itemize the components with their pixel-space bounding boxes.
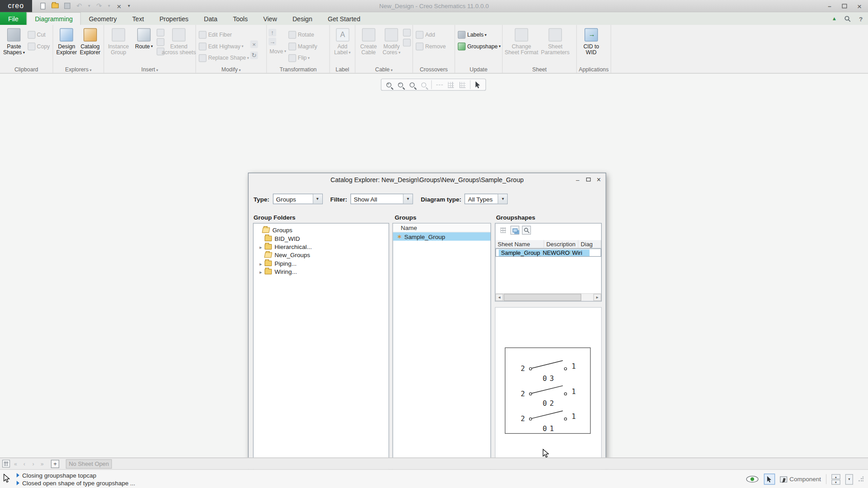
minimize-button[interactable] [822,0,837,12]
dropdown-arrow-icon[interactable] [312,194,322,204]
tree-item-bid-wid[interactable]: BID_WID [254,234,389,242]
help-icon[interactable] [856,14,866,23]
search-icon[interactable] [843,14,853,23]
type-select[interactable]: Groups [273,194,322,204]
tab-diagramming[interactable]: Diagramming [27,12,81,25]
edit-highway-button[interactable]: Edit Highway [198,40,250,52]
dropdown-arrow-icon[interactable] [498,194,507,204]
first-sheet-icon[interactable]: « [12,460,19,466]
sheet-parameters-button[interactable]: Sheet Parameters [538,27,571,56]
close-button[interactable] [852,0,867,12]
last-sheet-icon[interactable]: » [39,460,46,466]
expand-arrow-icon[interactable] [257,268,264,275]
close-window-icon[interactable] [114,1,124,10]
dialog-minimize-icon[interactable] [573,175,582,183]
tab-tools[interactable]: Tools [225,12,255,25]
tab-file[interactable]: File [0,12,27,25]
rotate-button[interactable]: Rotate [287,29,318,41]
tab-text[interactable]: Text [124,12,151,25]
grid-style-icon[interactable] [457,80,467,89]
spinner-down-icon[interactable] [831,479,840,484]
add-label-button[interactable]: Add Label [331,27,353,56]
select-arrow-icon[interactable] [473,80,483,89]
crossover-add-button[interactable]: Add [415,29,447,41]
horizontal-scrollbar[interactable]: ◂ ▸ [495,293,601,301]
magnify-button[interactable]: Magnify [287,40,318,52]
maximize-button[interactable] [837,0,852,12]
delete-icon[interactable]: × [250,40,258,48]
insert-bundle-icon[interactable] [157,38,165,46]
cable-tool-icon[interactable] [403,29,410,37]
redo-dropdown-icon[interactable] [106,1,112,10]
update-groupshape-button[interactable]: Groupshape [457,40,502,52]
dropdown-arrow-icon[interactable] [403,194,413,204]
spinner-up-icon[interactable] [831,474,840,479]
zoom-out-icon[interactable]: − [395,80,406,89]
extend-across-sheets-button[interactable]: Extend across sheets [165,27,193,56]
grid-display-icon[interactable] [446,80,456,89]
previous-sheet-icon[interactable]: ‹ [21,460,28,466]
group-item-sample-group[interactable]: ∗ Sample_Group [393,232,491,240]
insert-highway-icon[interactable] [157,29,165,37]
move-button[interactable]: Move [269,45,288,57]
zoom-in-icon[interactable]: + [384,80,394,89]
message-row[interactable]: Closed open shape of type groupshape ... [17,479,135,487]
component-indicator[interactable]: Component [780,476,821,483]
visibility-eye-icon[interactable] [746,475,759,483]
tree-item-piping[interactable]: Piping... [254,259,389,267]
groups-list-column-header[interactable]: Name [393,224,491,233]
scroll-right-icon[interactable]: ▸ [594,294,601,301]
message-expand-icon[interactable] [17,481,19,485]
expand-arrow-icon[interactable] [257,243,264,250]
dialog-close-icon[interactable] [594,175,604,183]
copy-button[interactable]: Copy [26,40,51,52]
select-mode-button[interactable] [764,474,775,484]
shape-view-icon[interactable] [510,226,519,235]
sheet-tab[interactable]: No Sheet Open [66,459,112,469]
zoom-window-icon[interactable] [407,80,417,89]
tab-properties[interactable]: Properties [151,12,196,25]
resize-grip[interactable] [858,476,863,482]
column-header-description[interactable]: Description [544,240,579,248]
cid-to-wid-button[interactable]: CID to WID [579,27,604,56]
zoom-sheet-icon[interactable] [419,80,429,89]
message-expand-icon[interactable] [17,473,19,478]
save-icon[interactable] [62,1,72,10]
drawing-canvas[interactable]: + − Catalog Explorer: New_Design\Groups\… [0,74,868,458]
redo-icon[interactable] [94,1,104,10]
add-sheet-button[interactable]: + [51,460,59,468]
flip-button[interactable]: Flip [287,52,318,64]
modify-cores-button[interactable]: Modify Cores [380,27,403,56]
cable-core-icon[interactable] [403,39,410,47]
update-labels-button[interactable]: Labels [457,29,502,41]
scroll-left-icon[interactable]: ◂ [495,294,503,301]
tree-item-wiring[interactable]: Wiring... [254,267,389,275]
scrollbar-thumb[interactable] [504,294,581,301]
table-row[interactable]: Sample_Group_1 NEWGROUP Wiri [495,249,601,257]
undo-icon[interactable] [74,1,84,10]
new-file-icon[interactable] [38,1,47,10]
preview-magnifier-icon[interactable] [522,226,531,235]
refresh-shape-icon[interactable]: ↻ [250,52,258,59]
tab-geometry[interactable]: Geometry [81,12,124,25]
expand-arrow-icon[interactable] [257,260,264,267]
message-row[interactable]: Closing groupshape topcap [17,471,135,479]
snap-grid-icon[interactable] [434,80,444,89]
catalog-explorer-button[interactable]: Catalog Explorer [78,27,102,56]
tree-item-hierarchical[interactable]: Hierarchical... [254,242,389,250]
paste-shapes-button[interactable]: Paste Shapes [2,27,27,56]
diagram-type-select[interactable]: All Types [465,194,508,204]
collapse-ribbon-icon[interactable] [829,14,839,23]
tree-item-groups[interactable]: Groups [254,226,389,234]
cut-button[interactable]: Cut [26,29,51,41]
customize-toolbar-dropdown-icon[interactable] [126,1,132,10]
tab-data[interactable]: Data [196,12,225,25]
route-button[interactable]: Route [131,27,156,49]
edit-fiber-button[interactable]: Edit Fiber [198,29,250,41]
dialog-title-bar[interactable]: Catalog Explorer: New_Design\Groups\New_… [249,173,606,186]
column-header-diagram[interactable]: Diag [579,240,601,248]
status-dropdown-icon[interactable] [845,474,853,484]
tab-view[interactable]: View [255,12,285,25]
move-path-icon[interactable]: → [269,38,276,45]
design-explorer-button[interactable]: Design Explorer [55,27,78,56]
